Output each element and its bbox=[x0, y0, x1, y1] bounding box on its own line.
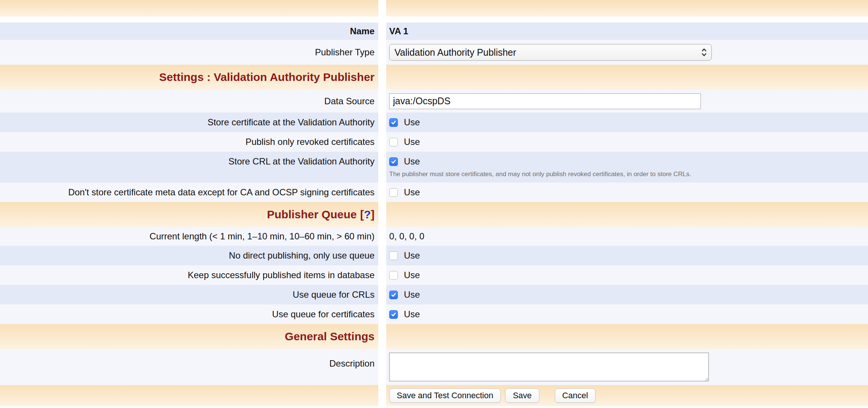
description-label: Description bbox=[329, 358, 375, 369]
keep-published-use-label: Use bbox=[404, 269, 420, 281]
column-divider bbox=[378, 65, 386, 90]
top-band-left bbox=[0, 0, 378, 17]
row-dont-store-meta: Don't store certificate meta data except… bbox=[0, 183, 868, 202]
queue-for-crls-label: Use queue for CRLs bbox=[293, 289, 375, 300]
row-queue-for-crls: Use queue for CRLs Use bbox=[0, 285, 868, 304]
no-direct-publishing-label: No direct publishing, only use queue bbox=[229, 250, 375, 261]
checkmark-icon bbox=[391, 120, 396, 125]
data-source-label: Data Source bbox=[324, 96, 375, 107]
row-store-certificate: Store certificate at the Validation Auth… bbox=[0, 113, 868, 132]
column-divider bbox=[378, 152, 386, 183]
cancel-button[interactable]: Cancel bbox=[555, 388, 595, 403]
current-length-value: 0, 0, 0, 0 bbox=[389, 231, 424, 242]
publisher-queue-help-link[interactable]: ? bbox=[364, 208, 371, 221]
row-keep-published: Keep successfully published items in dat… bbox=[0, 265, 868, 285]
checkmark-icon bbox=[391, 292, 396, 298]
help-bracket-open: [ bbox=[360, 208, 364, 221]
row-current-length: Current length (< 1 min, 1–10 min, 10–60… bbox=[0, 227, 868, 246]
row-store-crl: Store CRL at the Validation Authority Us… bbox=[0, 152, 868, 183]
no-direct-publishing-checkbox[interactable] bbox=[389, 251, 398, 260]
store-crl-use-label: Use bbox=[404, 156, 420, 167]
column-divider bbox=[378, 90, 386, 113]
checkmark-icon bbox=[391, 312, 396, 317]
column-divider bbox=[378, 183, 386, 202]
publisher-type-select[interactable]: Validation Authority Publisher bbox=[389, 44, 712, 61]
column-divider bbox=[378, 40, 386, 65]
dont-store-meta-use-label: Use bbox=[404, 187, 420, 198]
no-direct-publishing-use-label: Use bbox=[404, 250, 420, 261]
column-divider bbox=[378, 113, 386, 132]
publish-only-revoked-checkbox[interactable] bbox=[389, 138, 398, 146]
name-label: Name bbox=[350, 26, 375, 37]
name-value: VA 1 bbox=[389, 26, 408, 37]
description-textarea[interactable] bbox=[389, 353, 709, 381]
column-divider bbox=[378, 23, 386, 40]
row-spacer bbox=[0, 17, 868, 23]
queue-for-certificates-label: Use queue for certificates bbox=[272, 309, 375, 320]
publish-only-revoked-use-label: Use bbox=[404, 136, 420, 148]
section-settings-header: Settings : Validation Authority Publishe… bbox=[0, 65, 868, 90]
keep-published-checkbox[interactable] bbox=[389, 271, 398, 280]
column-divider bbox=[378, 349, 386, 385]
column-divider bbox=[378, 265, 386, 285]
publisher-type-selected-value: Validation Authority Publisher bbox=[394, 47, 516, 58]
current-length-label: Current length (< 1 min, 1–10 min, 10–60… bbox=[149, 231, 375, 242]
keep-published-label: Keep successfully published items in dat… bbox=[188, 269, 375, 281]
column-divider bbox=[378, 304, 386, 324]
column-divider bbox=[378, 246, 386, 265]
row-publisher-type: Publisher Type Validation Authority Publ… bbox=[0, 40, 868, 65]
store-crl-note: The publisher must store certificates, a… bbox=[389, 170, 691, 178]
data-source-input[interactable] bbox=[389, 93, 701, 109]
queue-for-certificates-use-label: Use bbox=[404, 309, 420, 320]
queue-for-certificates-checkbox[interactable] bbox=[389, 310, 398, 319]
row-name: Name VA 1 bbox=[0, 23, 868, 40]
column-divider bbox=[378, 0, 386, 17]
section-publisher-queue-header: Publisher Queue[?] bbox=[0, 202, 868, 227]
column-divider bbox=[378, 202, 386, 227]
help-bracket-close: ] bbox=[371, 208, 375, 221]
row-queue-for-certificates: Use queue for certificates Use bbox=[0, 304, 868, 324]
queue-for-crls-use-label: Use bbox=[404, 289, 420, 300]
row-actions: Save and Test Connection Save Cancel bbox=[0, 385, 868, 406]
top-band-right bbox=[386, 0, 868, 17]
column-divider bbox=[378, 385, 386, 406]
general-settings-section-title: General Settings bbox=[285, 330, 375, 343]
publisher-type-label: Publisher Type bbox=[315, 47, 375, 58]
store-certificate-label: Store certificate at the Validation Auth… bbox=[207, 117, 375, 128]
column-divider bbox=[378, 132, 386, 152]
dont-store-meta-checkbox[interactable] bbox=[389, 188, 398, 197]
save-button[interactable]: Save bbox=[505, 388, 539, 403]
column-divider bbox=[378, 227, 386, 246]
section-general-settings-header: General Settings bbox=[0, 324, 868, 349]
save-and-test-connection-button[interactable]: Save and Test Connection bbox=[389, 388, 501, 403]
queue-for-crls-checkbox[interactable] bbox=[389, 291, 398, 299]
checkmark-icon bbox=[391, 159, 396, 164]
publisher-queue-section-title: Publisher Queue bbox=[267, 208, 356, 221]
row-data-source: Data Source bbox=[0, 90, 868, 113]
store-certificate-use-label: Use bbox=[404, 117, 420, 128]
dont-store-meta-label: Don't store certificate meta data except… bbox=[68, 187, 375, 198]
publish-only-revoked-label: Publish only revoked certificates bbox=[245, 136, 375, 148]
row-publish-only-revoked: Publish only revoked certificates Use bbox=[0, 132, 868, 152]
settings-section-title: Settings : Validation Authority Publishe… bbox=[159, 70, 375, 84]
column-divider bbox=[378, 285, 386, 304]
store-certificate-checkbox[interactable] bbox=[389, 118, 398, 127]
row-description: Description bbox=[0, 349, 868, 385]
select-stepper-icon bbox=[701, 47, 707, 58]
store-crl-label: Store CRL at the Validation Authority bbox=[228, 156, 375, 167]
top-section-band bbox=[0, 0, 868, 17]
store-crl-checkbox[interactable] bbox=[389, 157, 398, 166]
column-divider bbox=[378, 324, 386, 349]
row-no-direct-publishing: No direct publishing, only use queue Use bbox=[0, 246, 868, 265]
